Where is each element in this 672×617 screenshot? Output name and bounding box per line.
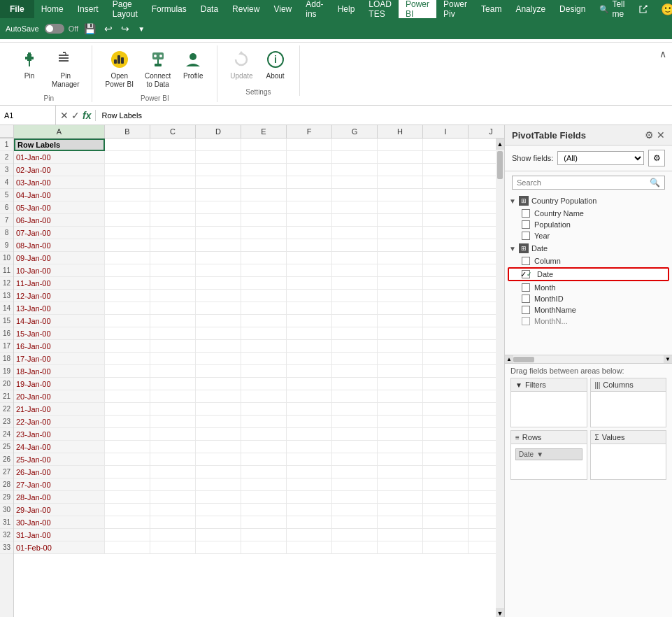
cell-J-6[interactable] [469,201,496,214]
cell-E-19[interactable] [241,365,287,378]
cell-E-31[interactable] [241,516,287,529]
cell-E-21[interactable] [241,390,287,403]
cell-a-12[interactable]: 11-Jan-00 [14,277,105,290]
table-row[interactable]: 21-Jan-00 [14,403,496,416]
cell-E-4[interactable] [241,176,287,189]
cell-C-2[interactable] [150,151,196,164]
cell-F-10[interactable] [287,252,332,264]
cell-I-25[interactable] [423,441,469,453]
field-population[interactable]: Population [505,219,672,230]
cell-G-23[interactable] [332,416,378,428]
cell-G-9[interactable] [332,239,378,252]
connect-to-data-button[interactable]: Connectto Data [141,45,175,92]
cell-D-3[interactable] [196,164,241,176]
name-box[interactable] [0,106,56,125]
cell-I-12[interactable] [423,277,469,290]
table-row[interactable]: 17-Jan-00 [14,353,496,365]
cell-J-28[interactable] [469,478,496,491]
cell-F-21[interactable] [287,390,332,403]
fields-scroll-up[interactable]: ▲ [505,355,513,364]
update-button[interactable]: Update [226,45,257,83]
checkbox-population[interactable] [522,220,530,229]
cell-G-22[interactable] [332,403,378,416]
cell-G-19[interactable] [332,365,378,378]
cell-H-21[interactable] [378,390,423,403]
cell-F-27[interactable] [287,466,332,478]
table-row[interactable]: 07-Jan-00 [14,227,496,239]
cell-B-32[interactable] [105,529,150,541]
collapse-ribbon-button[interactable]: ∧ [659,48,666,59]
cell-D-22[interactable] [196,403,241,416]
menu-help[interactable]: Help [331,0,362,18]
cell-E-9[interactable] [241,239,287,252]
cell-B-9[interactable] [105,239,150,252]
cell-I-33[interactable] [423,541,469,554]
scroll-thumb[interactable] [497,151,503,179]
table-row[interactable]: Row Labels [14,139,496,151]
cell-I-30[interactable] [423,504,469,516]
cell-C-31[interactable] [150,516,196,529]
cell-D-2[interactable] [196,151,241,164]
cell-a-1[interactable]: Row Labels [14,139,105,151]
menu-file[interactable]: File [0,0,34,18]
save-button[interactable]: 💾 [81,22,99,36]
cell-B-14[interactable] [105,302,150,315]
cell-B-29[interactable] [105,491,150,504]
cell-E-30[interactable] [241,504,287,516]
cell-J-33[interactable] [469,541,496,554]
cell-D-10[interactable] [196,252,241,264]
table-row[interactable]: 18-Jan-00 [14,365,496,378]
cell-F-12[interactable] [287,277,332,290]
cell-F-7[interactable] [287,214,332,227]
cell-a-28[interactable]: 27-Jan-00 [14,478,105,491]
cell-I-7[interactable] [423,214,469,227]
cell-I-8[interactable] [423,227,469,239]
cell-G-10[interactable] [332,252,378,264]
cell-C-27[interactable] [150,466,196,478]
cell-J-27[interactable] [469,466,496,478]
cell-B-10[interactable] [105,252,150,264]
cell-F-1[interactable] [287,139,332,151]
cell-a-17[interactable]: 16-Jan-00 [14,340,105,353]
cell-C-3[interactable] [150,164,196,176]
cell-a-3[interactable]: 02-Jan-00 [14,164,105,176]
cell-J-15[interactable] [469,315,496,327]
table-row[interactable]: 29-Jan-00 [14,504,496,516]
cell-a-6[interactable]: 05-Jan-00 [14,201,105,214]
cell-I-13[interactable] [423,290,469,302]
cell-F-17[interactable] [287,340,332,353]
cell-E-3[interactable] [241,164,287,176]
menu-insert[interactable]: Insert [71,0,106,18]
cell-F-14[interactable] [287,302,332,315]
cell-F-8[interactable] [287,227,332,239]
scroll-down-button[interactable]: ▼ [496,608,504,617]
cell-E-20[interactable] [241,378,287,390]
formula-confirm-icon[interactable]: ✓ [71,110,80,121]
cell-H-31[interactable] [378,516,423,529]
cell-a-11[interactable]: 10-Jan-00 [14,264,105,277]
cell-C-33[interactable] [150,541,196,554]
cell-H-6[interactable] [378,201,423,214]
cell-D-5[interactable] [196,189,241,201]
cell-G-28[interactable] [332,478,378,491]
cell-D-17[interactable] [196,340,241,353]
cell-I-20[interactable] [423,378,469,390]
cell-D-31[interactable] [196,516,241,529]
cell-F-15[interactable] [287,315,332,327]
cell-F-25[interactable] [287,441,332,453]
cell-a-15[interactable]: 14-Jan-00 [14,315,105,327]
cell-E-8[interactable] [241,227,287,239]
cell-a-10[interactable]: 09-Jan-00 [14,252,105,264]
menu-team[interactable]: Team [474,0,508,18]
cell-H-20[interactable] [378,378,423,390]
cell-H-8[interactable] [378,227,423,239]
cell-B-31[interactable] [105,516,150,529]
cell-a-27[interactable]: 26-Jan-00 [14,466,105,478]
cell-J-11[interactable] [469,264,496,277]
pivot-settings-icon[interactable]: ⚙ [645,129,654,141]
cell-J-26[interactable] [469,453,496,466]
cell-I-24[interactable] [423,428,469,441]
cell-H-29[interactable] [378,491,423,504]
cell-F-16[interactable] [287,327,332,340]
checkbox-monthname[interactable] [522,306,530,314]
